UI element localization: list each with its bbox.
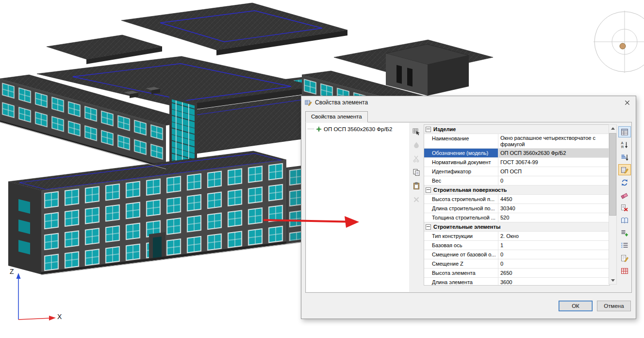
property-value[interactable]: 1 xyxy=(498,241,610,250)
ok-button[interactable]: ОК xyxy=(559,301,593,311)
property-label: Высота элемента xyxy=(424,269,498,277)
axis-x-label: X xyxy=(57,313,62,321)
property-label: Длина строительной по... xyxy=(424,204,498,213)
property-label: Тип конструкции xyxy=(424,232,498,240)
properties-window-icon xyxy=(305,99,312,106)
svg-text:Я: Я xyxy=(621,145,623,149)
scroll-down-icon[interactable] xyxy=(609,276,616,284)
annotation-arrow xyxy=(257,212,362,232)
property-row[interactable]: Базовая ось1 xyxy=(424,241,610,250)
tree-connector-icon xyxy=(308,129,314,130)
property-value[interactable]: 520 xyxy=(498,213,610,222)
element-tree[interactable]: ОП ОСП 3560x2630 Фр/Б2 xyxy=(306,123,409,292)
tree-item-label: ОП ОСП 3560x2630 Фр/Б2 xyxy=(324,126,393,132)
section-title: Строительная поверхность xyxy=(433,187,507,193)
property-row[interactable]: Высота элемента2650 xyxy=(424,269,610,278)
property-grid: ИзделиеНаименованиеОкно распашное четыре… xyxy=(424,124,610,286)
property-row[interactable]: Толщина строительной ...520 xyxy=(424,213,610,222)
catalog-book-icon[interactable] xyxy=(618,215,631,226)
axis-z-label: Z xyxy=(10,268,14,275)
table-red-icon[interactable] xyxy=(618,265,631,276)
clear-properties-icon xyxy=(412,140,421,150)
property-row[interactable]: Обозначение (модель)ОП ОСП 3560x2630 Фр/… xyxy=(424,149,610,158)
property-row[interactable]: Нормативный документГОСТ 30674-99 xyxy=(424,158,610,167)
property-row[interactable]: Вес0 xyxy=(424,176,610,186)
property-value[interactable]: ОП ОСП 3560x2630 Фр/Б2 xyxy=(498,149,610,157)
property-label: Толщина строительной ... xyxy=(424,213,498,222)
dialog-content: ОП ОСП 3560x2630 Фр/Б2 ИзделиеНаименован… xyxy=(305,122,632,293)
view-compass[interactable] xyxy=(591,10,644,75)
grid-toolbar: АЯ xyxy=(618,126,631,276)
cut-icon xyxy=(412,154,421,164)
property-label: Базовая ось xyxy=(424,241,498,250)
section-header[interactable]: Строительная поверхность xyxy=(424,186,610,195)
edit-toolbar xyxy=(410,127,423,204)
element-icon xyxy=(315,126,322,133)
dialog-titlebar[interactable]: Свойства элемента xyxy=(301,96,636,109)
property-label: Смещение от базовой о... xyxy=(424,250,498,259)
list-add-icon[interactable] xyxy=(618,227,631,238)
delete-value-icon[interactable] xyxy=(618,202,631,213)
delete-icon xyxy=(412,195,421,204)
property-label: Идентификатор xyxy=(424,167,498,176)
property-value[interactable]: 0 xyxy=(498,259,610,268)
dialog-title: Свойства элемента xyxy=(315,99,368,106)
property-value[interactable]: 0 xyxy=(498,176,610,185)
categorized-view-icon[interactable] xyxy=(618,126,631,137)
tree-item[interactable]: ОП ОСП 3560x2630 Фр/Б2 xyxy=(306,123,409,133)
property-label: Длина элемента xyxy=(424,278,498,286)
property-value[interactable]: 30340 xyxy=(498,204,610,213)
paste-icon[interactable] xyxy=(412,181,421,191)
property-value[interactable]: Окно распашное четырехстворчатое с фраму… xyxy=(498,134,610,148)
select-element-icon[interactable] xyxy=(412,127,421,136)
property-label: Высота строительной п... xyxy=(424,195,498,203)
collapse-icon[interactable] xyxy=(426,224,431,230)
collapse-icon[interactable] xyxy=(426,127,431,132)
cad-application: Z X Свойства элемента Свойства элемента … xyxy=(0,0,644,338)
property-value[interactable]: 4450 xyxy=(498,195,610,203)
sort-alphabetical-icon[interactable]: АЯ xyxy=(618,139,631,150)
property-row[interactable]: Смещение Z0 xyxy=(424,259,610,269)
property-value[interactable]: 0 xyxy=(498,250,610,259)
cancel-button[interactable]: Отмена xyxy=(597,301,631,311)
scroll-up-icon[interactable] xyxy=(609,125,616,133)
element-properties-dialog: Свойства элемента Свойства элемента ОП О… xyxy=(301,96,636,319)
property-value[interactable]: 2. Окно xyxy=(498,232,610,240)
property-row[interactable]: ИдентификаторОП ОСП xyxy=(424,167,610,176)
eraser-icon[interactable] xyxy=(618,189,631,201)
property-row[interactable]: Тип конструкции2. Окно xyxy=(424,232,610,241)
property-value[interactable]: 2650 xyxy=(498,269,610,277)
apply-to-identical-icon[interactable] xyxy=(618,177,631,188)
property-label: Обозначение (модель) xyxy=(424,149,498,157)
section-header[interactable]: Строительные элементы xyxy=(424,222,610,232)
sort-order-icon[interactable] xyxy=(618,152,631,163)
close-icon[interactable] xyxy=(618,96,636,109)
copy-icon[interactable] xyxy=(412,168,421,177)
property-row[interactable]: Высота строительной п...4450 xyxy=(424,195,610,204)
property-row[interactable]: Длина строительной по...30340 xyxy=(424,204,610,213)
section-title: Строительные элементы xyxy=(433,224,500,230)
property-label: Смещение Z xyxy=(424,259,498,268)
grid-scrollbar[interactable] xyxy=(609,124,617,285)
collapse-icon[interactable] xyxy=(426,187,431,193)
property-value[interactable]: 3600 xyxy=(498,278,610,286)
property-label: Вес xyxy=(424,176,498,185)
section-header[interactable]: Изделие xyxy=(424,125,610,134)
property-label: Наименование xyxy=(424,134,498,148)
edit-document-icon[interactable] xyxy=(618,253,631,264)
property-row[interactable]: Длина элемента3600 xyxy=(424,278,610,286)
dialog-footer: ОК Отмена xyxy=(301,293,636,319)
property-value[interactable]: ГОСТ 30674-99 xyxy=(498,158,610,167)
property-value[interactable]: ОП ОСП xyxy=(498,167,610,176)
property-label: Нормативный документ xyxy=(424,158,498,167)
edit-properties-icon[interactable] xyxy=(618,164,631,175)
property-row[interactable]: Смещение от базовой о...0 xyxy=(424,250,610,259)
property-row[interactable]: НаименованиеОкно распашное четырехстворч… xyxy=(424,134,610,149)
scrollbar-thumb[interactable] xyxy=(609,133,616,216)
section-title: Изделие xyxy=(433,126,456,132)
tab-element-properties[interactable]: Свойства элемента xyxy=(305,111,368,122)
list-numbered-icon[interactable] xyxy=(618,240,631,251)
